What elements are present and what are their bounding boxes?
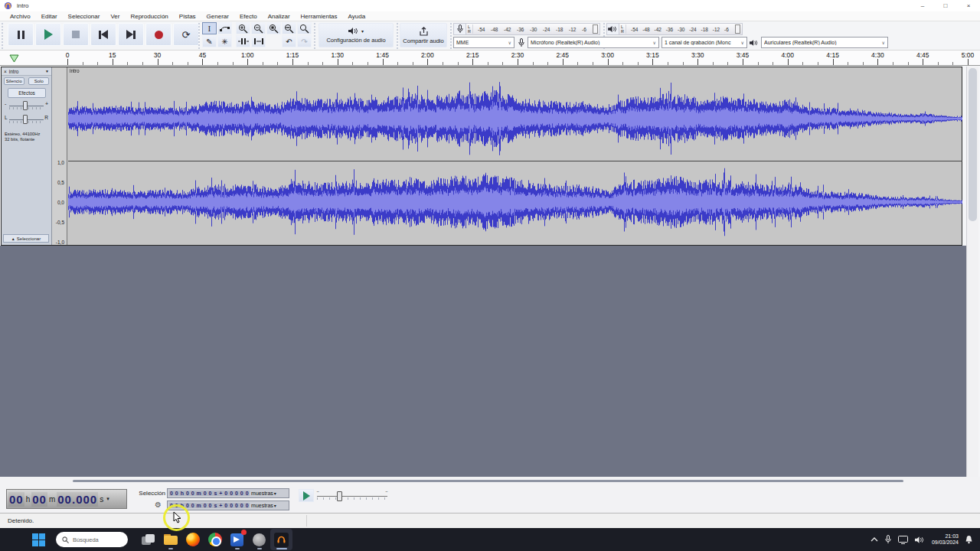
tray-chevron-up-icon[interactable] — [871, 537, 878, 542]
taskbar-item-explorer[interactable] — [159, 529, 181, 550]
position-seconds[interactable]: 00.000 — [57, 492, 98, 507]
chevron-down-icon[interactable]: ▾ — [274, 491, 276, 496]
ruler-tick — [338, 59, 338, 65]
taskbar-item-taskview[interactable] — [137, 529, 159, 550]
record-button[interactable] — [145, 23, 172, 46]
menu-generar[interactable]: Generar — [201, 13, 234, 20]
menu-analizar[interactable]: Analizar — [263, 13, 296, 20]
loop-region-button[interactable] — [6, 53, 21, 64]
vertical-scale-right[interactable]: 1,00,50,0-0,5-1,0 — [52, 67, 67, 245]
track-name[interactable]: intro — [9, 69, 45, 74]
playback-meter[interactable]: LR -54-48-42-36-30-24-18-12-6 — [606, 23, 743, 35]
taskbar-item-media-player[interactable] — [226, 529, 248, 550]
playback-speed-slider[interactable]: ‾ ‾ — [317, 491, 387, 502]
draw-tool-button[interactable]: ✎ — [202, 35, 217, 47]
input-channels-select[interactable]: 1 canal de grabación (Monc ∨ — [662, 37, 747, 48]
redo-button[interactable]: ↷ — [297, 35, 312, 47]
pause-button[interactable] — [8, 23, 34, 46]
audio-setup-button[interactable]: ▾ Configuración de audio — [318, 23, 394, 47]
play-button[interactable] — [35, 23, 61, 46]
mute-button[interactable]: Silencio — [4, 77, 24, 85]
silence-audio-button[interactable] — [251, 35, 266, 47]
ruler-label: 0 — [66, 51, 70, 59]
undo-button[interactable]: ↶ — [282, 35, 296, 47]
play-at-speed-button[interactable] — [299, 489, 314, 502]
toolbar-grip[interactable] — [198, 23, 201, 49]
tray-display-icon[interactable] — [898, 536, 908, 544]
taskbar-item-audacity[interactable] — [270, 529, 292, 550]
menu-ayuda[interactable]: Ayuda — [343, 13, 371, 20]
record-icon — [155, 31, 163, 39]
minimize-button[interactable]: – — [911, 0, 934, 11]
position-minutes[interactable]: 00 — [31, 492, 47, 507]
taskbar-item-firefox[interactable] — [181, 529, 204, 550]
track-menu-button[interactable]: ▼ — [45, 69, 51, 73]
gear-icon[interactable]: ⚙ — [155, 500, 162, 509]
track-select-button[interactable]: ▲ Seleccionar — [3, 234, 49, 243]
gain-slider[interactable]: - + — [2, 99, 51, 112]
zoom-selection-button[interactable] — [266, 22, 281, 34]
position-hours[interactable]: 00 — [8, 492, 24, 507]
output-device-select[interactable]: Auriculares (Realtek(R) Audio) ∨ — [761, 37, 888, 48]
multi-tool-button[interactable]: ✳ — [217, 35, 232, 47]
recording-meter[interactable]: LR -54-48-42-36-30-24-18-12-6 — [453, 23, 600, 35]
search-input[interactable]: Búsqueda — [56, 532, 128, 547]
envelope-tool-button[interactable] — [217, 22, 232, 34]
menu-reproducción[interactable]: Reproducción — [125, 13, 173, 20]
gain-slider-thumb[interactable] — [23, 101, 28, 110]
menu-seleccionar[interactable]: Seleccionar — [63, 13, 106, 20]
zoom-fit-button[interactable] — [282, 22, 296, 34]
notification-bell-icon[interactable] — [965, 535, 973, 544]
effects-button[interactable]: Efectos — [8, 88, 46, 98]
ruler-tick — [368, 62, 368, 65]
zoom-in-button[interactable] — [236, 22, 250, 34]
ruler-tick — [743, 59, 743, 65]
menu-editar[interactable]: Editar — [36, 13, 63, 20]
toolbar-grip[interactable] — [397, 23, 399, 49]
chevron-down-icon[interactable]: ▾ — [274, 503, 276, 508]
taskbar-item-gray-app[interactable] — [248, 529, 270, 550]
toolbar-grip[interactable] — [2, 23, 4, 49]
trim-audio-button[interactable] — [236, 35, 250, 47]
taskbar-item-chrome[interactable] — [204, 529, 226, 550]
skip-to-start-button[interactable] — [90, 23, 116, 46]
taskbar-clock[interactable]: 21:03 09/03/2024 — [932, 533, 959, 546]
close-button[interactable]: × — [957, 0, 980, 11]
vertical-scrollbar[interactable] — [966, 67, 978, 477]
menu-pistas[interactable]: Pistas — [174, 13, 201, 20]
menu-archivo[interactable]: Archivo — [5, 13, 36, 20]
track-close-button[interactable]: × — [2, 69, 9, 74]
selection-tool-button[interactable]: I — [202, 22, 217, 34]
speed-slider-thumb[interactable] — [337, 491, 342, 501]
horizontal-scrollbar-thumb[interactable] — [73, 480, 903, 482]
loop-button[interactable]: ⟳ — [173, 23, 199, 46]
selection-start-value[interactable]: 0 0 h 0 0 m 0 0 s + 0 0 0 0 0 — [169, 491, 250, 496]
vertical-scrollbar-thumb[interactable] — [969, 68, 977, 221]
stop-button[interactable] — [63, 23, 89, 46]
timeline-ruler[interactable]: 01530451:001:151:301:452:002:152:302:453… — [67, 51, 971, 65]
toolbar-grip[interactable] — [314, 23, 316, 49]
tray-microphone-icon[interactable] — [885, 535, 891, 544]
menu-efecto[interactable]: Efecto — [234, 13, 263, 20]
start-button[interactable] — [32, 533, 45, 546]
maximize-button[interactable]: □ — [934, 0, 957, 11]
waveform-clip[interactable]: intro — [68, 67, 962, 245]
waveform-display[interactable] — [68, 67, 962, 245]
menu-herramientas[interactable]: Herramientas — [296, 13, 343, 20]
solo-button[interactable]: Solo — [28, 77, 49, 85]
audio-position-display[interactable]: 00 h 00 m 00.000 s ▾ — [6, 489, 127, 509]
audio-host-select[interactable]: MME ∨ — [453, 37, 514, 48]
horizontal-scrollbar[interactable] — [0, 477, 980, 485]
zoom-out-button[interactable] — [251, 22, 266, 34]
skip-to-end-button[interactable] — [118, 23, 144, 46]
pan-slider-thumb[interactable] — [23, 115, 28, 124]
zoom-toggle-button[interactable] — [297, 22, 312, 34]
share-audio-button[interactable]: Compartir audio — [400, 23, 447, 47]
position-format-caret-icon[interactable]: ▾ — [106, 496, 109, 502]
tray-speaker-icon[interactable] — [915, 536, 925, 544]
toolbar-grip[interactable] — [450, 23, 452, 49]
input-device-select[interactable]: Micrófono (Realtek(R) Audio) ∨ — [528, 37, 659, 48]
pan-slider[interactable]: L R — [2, 113, 51, 126]
selection-start-field[interactable]: 0 0 h 0 0 m 0 0 s + 0 0 0 0 0 muestras ▾ — [167, 488, 289, 498]
menu-ver[interactable]: Ver — [105, 13, 125, 20]
